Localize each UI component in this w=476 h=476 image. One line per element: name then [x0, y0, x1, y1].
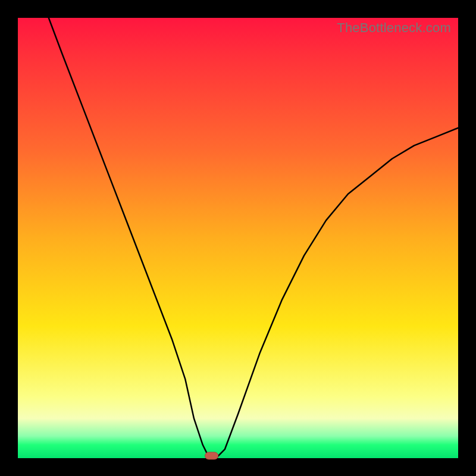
chart-frame: TheBottleneck.com	[0, 0, 476, 476]
bottleneck-curve	[49, 18, 458, 458]
curve-svg	[18, 18, 458, 458]
min-notch	[205, 452, 218, 459]
plot-area: TheBottleneck.com	[18, 18, 458, 458]
